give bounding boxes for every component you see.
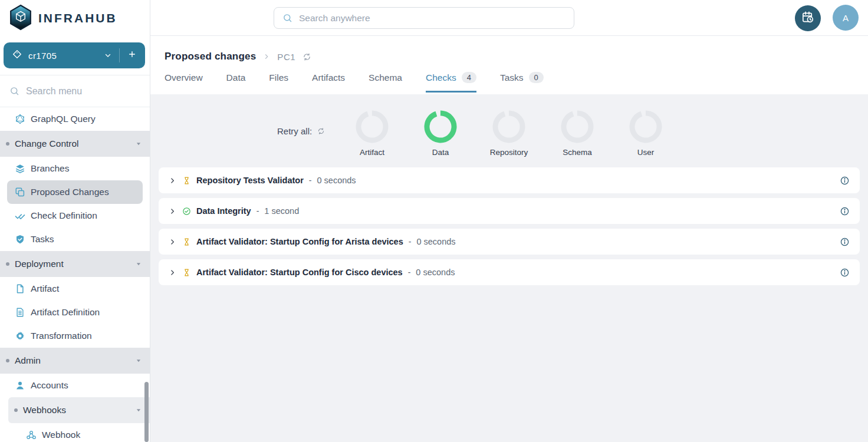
hourglass-icon <box>182 238 191 246</box>
check-row-data-integrity[interactable]: Data Integrity - 1 second <box>159 198 860 224</box>
bullet-icon <box>6 142 9 146</box>
sidebar-search-input[interactable] <box>26 86 148 97</box>
chevron-right-icon[interactable] <box>169 207 176 215</box>
branch-name: cr1705 <box>28 51 57 61</box>
triangle-down-icon <box>136 141 142 147</box>
sidebar-nav: GraphQL Query Change Control Branches Pr… <box>0 107 150 442</box>
bullet-icon <box>14 408 18 412</box>
info-icon[interactable] <box>840 268 850 278</box>
sidebar-section-deployment[interactable]: Deployment <box>0 251 150 277</box>
sidebar-item-tasks[interactable]: Tasks <box>0 227 150 251</box>
chevron-down-icon[interactable] <box>104 51 112 60</box>
hourglass-icon <box>182 268 191 277</box>
transformation-icon <box>15 331 25 341</box>
triangle-down-icon <box>136 407 142 413</box>
tab-checks[interactable]: Checks 4 <box>426 72 476 93</box>
retry-all-label: Retry all: <box>277 126 312 136</box>
info-icon[interactable] <box>840 206 850 216</box>
chevron-right-icon[interactable] <box>169 269 176 276</box>
add-branch-button[interactable] <box>125 48 139 62</box>
webhook-icon <box>26 430 37 440</box>
validator-artifact: Artifact <box>338 110 406 157</box>
calendar-clock-icon <box>801 11 815 27</box>
schedule-button[interactable] <box>795 5 821 31</box>
logo-row[interactable]: INFRAHUB <box>0 0 150 37</box>
plus-icon <box>127 50 137 61</box>
tab-artifacts[interactable]: Artifacts <box>312 72 345 93</box>
divider <box>119 48 120 62</box>
refresh-icon[interactable] <box>303 52 311 61</box>
accounts-icon <box>15 380 25 391</box>
breadcrumb-current: PC1 <box>277 52 295 62</box>
proposed-changes-icon <box>15 187 25 197</box>
sidebar-item-check-definition[interactable]: Check Definition <box>0 204 150 227</box>
info-icon[interactable] <box>840 176 850 186</box>
sidebar-item-webhook[interactable]: Webhook <box>0 423 150 442</box>
check-circle-icon <box>182 207 191 216</box>
tabs: Overview Data Files Artifacts Schema Che… <box>165 72 868 93</box>
search-icon <box>9 86 19 96</box>
retry-all: Retry all: <box>277 126 325 136</box>
sidebar-item-artifact-definition[interactable]: Artifact Definition <box>0 301 150 324</box>
main-content: Proposed changes PC1 Overview Data Files… <box>150 36 868 442</box>
refresh-icon[interactable] <box>317 127 325 135</box>
info-icon[interactable] <box>840 237 850 247</box>
tab-tasks[interactable]: Tasks 0 <box>500 72 544 93</box>
tab-schema[interactable]: Schema <box>369 72 402 93</box>
sidebar-item-graphql-query[interactable]: GraphQL Query <box>0 107 150 131</box>
progress-ring <box>356 110 389 146</box>
sidebar-section-webhooks[interactable]: Webhooks <box>8 397 150 423</box>
graphql-icon <box>15 114 25 124</box>
progress-ring <box>492 110 525 146</box>
sidebar-scrollbar[interactable] <box>144 382 149 442</box>
tab-files[interactable]: Files <box>269 72 288 93</box>
progress-ring <box>629 110 662 146</box>
retry-row: Retry all: Artifact Data Repository Sche… <box>150 94 868 167</box>
page-title: Proposed changes <box>165 51 256 62</box>
check-definition-icon <box>15 210 25 221</box>
sidebar-item-accounts[interactable]: Accounts <box>0 374 150 397</box>
validator-user: User <box>611 110 680 157</box>
brand-wordmark: INFRAHUB <box>38 11 117 25</box>
check-row-repository-tests-validator[interactable]: Repository Tests Validator - 0 seconds <box>159 167 860 193</box>
global-search-input[interactable] <box>299 13 565 24</box>
tasks-icon <box>15 234 25 245</box>
breadcrumb: Proposed changes PC1 <box>165 51 868 62</box>
branches-icon <box>15 163 25 174</box>
validator-data: Data <box>406 110 475 157</box>
check-row-artifact-validator-startup-config-for-cisco-devices[interactable]: Artifact Validator: Startup Config for C… <box>159 259 860 285</box>
topbar: A <box>150 0 868 36</box>
triangle-down-icon <box>136 261 142 267</box>
bullet-icon <box>6 359 9 362</box>
chevron-right-icon[interactable] <box>169 238 176 246</box>
sidebar-item-transformation[interactable]: Transformation <box>0 324 150 348</box>
bullet-icon <box>6 262 9 266</box>
artifact-definition-icon <box>15 307 25 318</box>
global-search[interactable] <box>274 7 574 29</box>
infrahub-logo-icon <box>9 4 32 33</box>
page-head: Proposed changes PC1 Overview Data Files… <box>150 36 868 93</box>
sidebar-item-branches[interactable]: Branches <box>0 157 150 180</box>
triangle-down-icon <box>136 358 142 364</box>
sidebar-section-admin[interactable]: Admin <box>0 348 150 374</box>
validator-summary: Artifact Data Repository Schema User <box>338 110 680 157</box>
sidebar-search[interactable] <box>0 75 150 107</box>
check-row-artifact-validator-startup-config-for-arista-devices[interactable]: Artifact Validator: Startup Config for A… <box>159 229 860 255</box>
chevron-right-icon[interactable] <box>169 177 176 184</box>
progress-ring <box>424 110 457 146</box>
branch-selector[interactable]: cr1705 <box>4 42 145 68</box>
tab-overview[interactable]: Overview <box>165 72 203 93</box>
tab-badge: 4 <box>462 72 476 83</box>
infrahub-app: INFRAHUB cr1705 GraphQL Query Change Con… <box>0 0 868 442</box>
sidebar-item-proposed-changes[interactable]: Proposed Changes <box>7 180 143 204</box>
branch-icon <box>12 50 22 61</box>
sidebar-section-change-control[interactable]: Change Control <box>0 131 150 157</box>
sidebar: INFRAHUB cr1705 GraphQL Query Change Con… <box>0 0 150 442</box>
hourglass-icon <box>182 176 191 185</box>
progress-ring <box>561 110 594 146</box>
validator-schema: Schema <box>543 110 611 157</box>
search-icon <box>282 13 292 23</box>
sidebar-item-artifact[interactable]: Artifact <box>0 277 150 301</box>
tab-data[interactable]: Data <box>226 72 246 93</box>
avatar[interactable]: A <box>833 5 859 31</box>
